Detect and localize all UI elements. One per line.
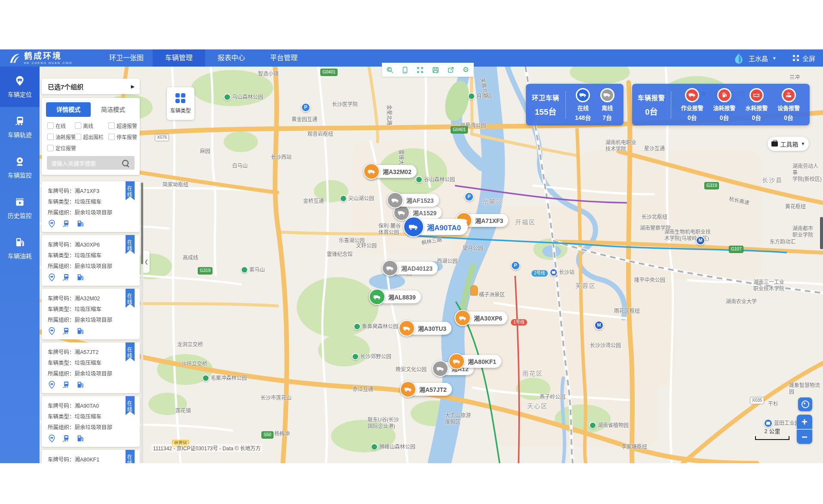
locate-vehicle-icon[interactable] [48,273,56,281]
circle-search-icon[interactable] [386,66,394,74]
bus-icon [14,116,25,127]
filter-checkbox-item[interactable]: 在线 [47,122,75,129]
vehicle-map-marker[interactable]: 湘AD40123 [383,262,438,275]
zoom-out-button[interactable]: − [797,430,812,444]
locate-vehicle-icon[interactable] [48,220,56,228]
user-chevron-down-icon[interactable]: ▼ [772,56,777,61]
org-selector[interactable]: 已选7个组织 ▶ [42,79,140,94]
fuel-icon[interactable] [76,434,84,443]
crane-logo-icon [8,52,21,64]
nav-menu-item[interactable]: 车辆管理 [153,49,205,67]
nav-menu-item[interactable]: 环卫一张图 [100,49,153,67]
fuel-alarm-label: 油耗报警 [713,104,736,112]
marker-plate-label: 湘A30TU3 [418,324,446,333]
track-playback-icon[interactable] [62,273,70,281]
map-scrollbar-thumb[interactable] [820,217,823,249]
filter-checkbox-item[interactable]: 超出围栏 [75,133,108,141]
fleet-stats-panel: 环卫车辆 155台 在线 148台 离线 7台 [526,84,623,125]
offline-truck-icon [600,88,614,102]
vehicle-card[interactable]: 车牌号码：湘A90TA0 车辆类型：垃圾压缩车 所属组织：厨余垃圾项目部 在线 [42,396,140,447]
sidebar-item-label: 车辆监控 [8,171,32,179]
fullscreen-button[interactable]: 全屏 [792,54,815,63]
nav-menu-item-label: 环卫一张图 [109,54,144,61]
org-field-label: 所属组织： [48,263,75,269]
search-icon[interactable] [122,160,129,166]
sidebar-item-vehicle-fuel[interactable]: 车辆油耗 [0,228,40,269]
panel-collapse-button[interactable]: ❮ [143,250,150,273]
plate-field-label: 车牌号码： [48,349,75,355]
track-playback-icon[interactable] [62,327,70,335]
truck-icon [454,310,471,326]
filter-checkbox-item[interactable]: 定位报警 [47,144,75,152]
vehicle-map-marker[interactable]: 湘A90TA0 [405,219,468,235]
org-field-label: 所属组织： [48,371,75,377]
fuel-icon[interactable] [76,220,84,228]
vehicle-map-marker[interactable]: 湘A57JT2 [401,383,452,396]
nav-menu-item[interactable]: 报表中心 [205,49,258,67]
tab-simple-mode[interactable]: 简洁模式 [91,102,135,117]
filter-checkbox-item[interactable]: 油耗报警 [47,133,75,141]
checkbox-box[interactable] [75,134,81,140]
fuel-icon[interactable] [76,273,84,281]
sidebar-item-vehicle-location[interactable]: 车辆定位 [0,67,40,107]
vehicle-map-marker[interactable]: 湘AL8839 [370,290,421,303]
filter-label: 在线 [55,122,66,129]
vehicle-card[interactable]: 车牌号码：湘A80KF1 车辆类型：垃圾压缩车 所属组织：厨余垃圾项目部 在线 [42,450,140,463]
sidebar-item-vehicle-monitor[interactable]: 车辆监控 [0,147,40,188]
avatar[interactable] [733,52,744,64]
filter-checkbox-item[interactable]: 离线 [75,122,108,129]
plate-field-label: 车牌号码： [48,296,75,302]
vehicle-map-marker[interactable]: 湘A30XP6 [456,312,507,324]
expand-icon[interactable] [416,66,424,74]
fuel-alarm-stat: 油耗报警 0台 [713,88,736,122]
page: 鹤成环境 HE CHENG HUAN JING 环卫一张图车辆管理报表中心平台管… [0,0,823,504]
save-icon[interactable] [432,66,439,74]
vehicle-card[interactable]: 车牌号码：湘A57JT2 车辆类型：垃圾压缩车 所属组织：厨余垃圾项目部 在线 [42,342,140,393]
nav-menu-item[interactable]: 平台管理 [258,49,310,67]
plate-value: 湘A71XF3 [75,188,100,194]
vehicle-map-marker[interactable]: 湘A32M02 [365,165,417,178]
checkbox-box[interactable] [47,145,54,151]
search-input[interactable]: 请输入关键字搜索 [47,156,135,170]
settings-gear-icon[interactable]: ⚙ [462,66,470,74]
map-copyright: 1111342 - 京ICP证030173号 - Data © 长地万方 [151,444,262,452]
vehicle-map-marker[interactable]: 湘AF1523 [388,194,439,207]
tab-detail-mode[interactable]: 详情模式 [46,102,91,117]
checkbox-box[interactable] [75,122,81,129]
user-name[interactable]: 王水晶 [749,54,768,63]
offline-stat: 离线 7台 [600,88,614,122]
marker-plate-label: 湘A57JT2 [419,385,447,394]
locate-button[interactable] [798,397,812,411]
vehicle-card[interactable]: 车牌号码：湘A71XF3 车辆类型：垃圾压缩车 所属组织：厨余垃圾项目部 在线 [42,181,140,232]
zoom-in-button[interactable]: + [797,415,812,429]
vehicle-type-button[interactable]: 车辆类型 [167,87,194,120]
fuel-icon[interactable] [76,327,84,335]
filter-checkbox-item[interactable]: 超速报警 [108,122,140,129]
sidebar-item-vehicle-track[interactable]: 车辆轨迹 [0,107,40,147]
checkbox-box[interactable] [47,122,54,129]
checkbox-box[interactable] [47,134,54,140]
toolbox-button[interactable]: 工具箱 ▼ [768,137,809,151]
map-scale-label: 2 公里 [755,427,789,435]
track-playback-icon[interactable] [62,381,70,389]
fuel-icon[interactable] [76,381,84,389]
locate-vehicle-icon[interactable] [48,327,56,335]
vehicle-map-marker[interactable]: 湘A80KF1 [450,355,501,368]
list-scrollbar[interactable] [141,181,143,463]
online-stat: 在线 148台 [575,88,591,122]
tablet-icon[interactable] [401,66,409,74]
filter-checkbox-item[interactable]: 停车报警 [108,133,140,141]
vehicle-card[interactable]: 车牌号码：湘A32M02 车辆类型：垃圾压缩车 所属组织：厨余垃圾项目部 在线 [42,289,140,339]
track-playback-icon[interactable] [62,220,70,228]
track-playback-icon[interactable] [62,434,70,443]
org-expand-arrow-icon[interactable]: ▶ [131,84,135,89]
checkbox-box[interactable] [108,122,115,129]
vehicle-card[interactable]: 车牌号码：湘A30XP6 车辆类型：垃圾压缩车 所属组织：厨余垃圾项目部 在线 [42,235,140,286]
locate-vehicle-icon[interactable] [48,434,56,443]
locate-vehicle-icon[interactable] [48,381,56,389]
vehicle-map-marker[interactable]: 湘A30TU3 [400,322,451,335]
water-alarm-value: 0台 [752,113,761,122]
export-icon[interactable] [447,66,454,74]
checkbox-box[interactable] [108,134,115,140]
sidebar-item-history-monitor[interactable]: 历史监控 [0,188,40,228]
